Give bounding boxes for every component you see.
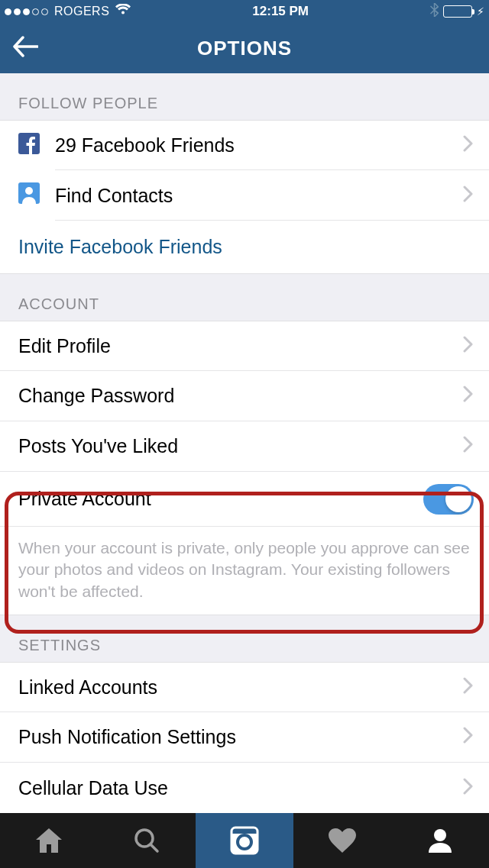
section-header-account: ACCOUNT [0, 274, 489, 321]
edit-profile-label: Edit Profile [18, 335, 463, 357]
push-notifications-row[interactable]: Push Notification Settings [0, 712, 489, 763]
change-password-row[interactable]: Change Password [0, 371, 489, 421]
facebook-friends-label: 29 Facebook Friends [55, 134, 463, 156]
push-notifications-label: Push Notification Settings [18, 726, 463, 748]
chevron-right-icon [463, 185, 474, 207]
wifi-icon [115, 4, 131, 19]
facebook-icon [18, 133, 40, 159]
bluetooth-icon [430, 3, 439, 21]
invite-facebook-label: Invite Facebook Friends [18, 236, 222, 257]
back-button[interactable] [12, 36, 38, 60]
tab-home[interactable] [0, 813, 98, 868]
private-account-description: When your account is private, only peopl… [0, 527, 489, 615]
private-account-row[interactable]: Private Account [0, 472, 489, 527]
page-title: OPTIONS [197, 37, 292, 60]
clock: 12:15 PM [252, 4, 309, 19]
toggle-knob [445, 486, 471, 512]
nav-header: OPTIONS [0, 23, 489, 73]
posts-liked-label: Posts You've Liked [18, 435, 463, 457]
tab-profile[interactable] [391, 813, 489, 868]
chevron-right-icon [463, 726, 474, 748]
edit-profile-row[interactable]: Edit Profile [0, 321, 489, 371]
section-header-follow: FOLLOW PEOPLE [0, 73, 489, 120]
facebook-friends-row[interactable]: 29 Facebook Friends [0, 120, 489, 170]
find-contacts-row[interactable]: Find Contacts [0, 170, 489, 221]
svg-point-2 [25, 187, 33, 195]
chevron-right-icon [463, 435, 474, 457]
chevron-right-icon [463, 385, 474, 407]
find-contacts-label: Find Contacts [55, 185, 463, 207]
change-password-label: Change Password [18, 385, 463, 407]
tab-bar [0, 813, 489, 868]
linked-accounts-label: Linked Accounts [18, 676, 463, 699]
status-left: ROGERS [5, 4, 131, 19]
battery-icon [443, 5, 472, 18]
tab-camera[interactable] [196, 813, 293, 868]
tab-activity[interactable] [293, 813, 391, 868]
chevron-right-icon [463, 777, 474, 799]
linked-accounts-row[interactable]: Linked Accounts [0, 662, 489, 712]
chevron-right-icon [463, 134, 474, 156]
cellular-data-label: Cellular Data Use [18, 777, 463, 799]
charging-icon: ⚡︎ [477, 5, 484, 18]
section-header-settings: SETTINGS [0, 615, 489, 662]
chevron-right-icon [463, 676, 474, 699]
cellular-data-row[interactable]: Cellular Data Use [0, 763, 489, 813]
posts-liked-row[interactable]: Posts You've Liked [0, 421, 489, 472]
private-account-toggle[interactable] [423, 484, 474, 515]
private-account-label: Private Account [18, 488, 423, 510]
carrier-label: ROGERS [54, 5, 109, 18]
content-scroll[interactable]: FOLLOW PEOPLE 29 Facebook Friends Find C… [0, 73, 489, 813]
status-bar: ROGERS 12:15 PM ⚡︎ [0, 0, 489, 23]
svg-point-8 [434, 829, 446, 841]
signal-strength-icon [5, 8, 48, 15]
chevron-right-icon [463, 335, 474, 357]
invite-facebook-link[interactable]: Invite Facebook Friends [0, 221, 489, 274]
tab-search[interactable] [98, 813, 196, 868]
status-right: ⚡︎ [430, 3, 484, 21]
contacts-icon [18, 182, 40, 208]
